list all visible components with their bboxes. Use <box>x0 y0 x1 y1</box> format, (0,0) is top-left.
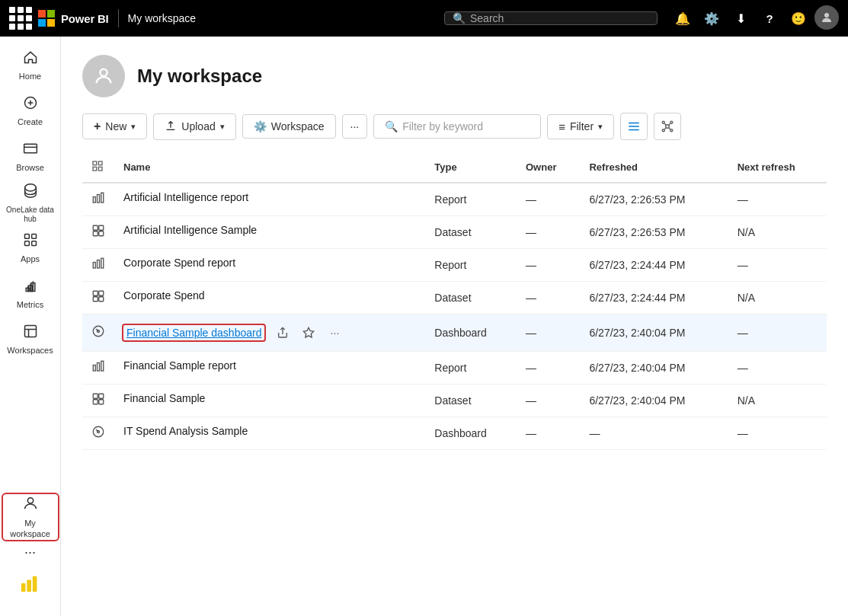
row-type-cell: Dataset <box>425 282 517 314</box>
row-type-cell: Dashboard <box>425 417 517 450</box>
row-name-cell: IT Spend Analysis Sample <box>114 417 425 445</box>
network-view-button[interactable] <box>654 113 681 140</box>
svg-rect-44 <box>93 231 98 236</box>
page-title: My workspace <box>137 65 262 87</box>
svg-rect-52 <box>99 297 104 302</box>
sidebar-item-onelake[interactable]: OneLake data hub <box>3 180 58 225</box>
svg-rect-36 <box>98 161 102 165</box>
svg-rect-19 <box>27 579 31 592</box>
table-row: Artificial Intelligence Sample Dataset —… <box>82 216 827 249</box>
svg-rect-35 <box>93 161 97 165</box>
apps-grid-icon[interactable] <box>9 7 32 30</box>
col-name-header[interactable]: Name <box>114 152 425 183</box>
feedback-button[interactable]: 🙂 <box>786 5 811 31</box>
item-name-text: Artificial Intelligence Sample <box>123 224 257 236</box>
row-type-icon <box>82 216 114 249</box>
workspace-button[interactable]: ⚙️ Workspace <box>242 114 336 139</box>
row-type-cell: Report <box>425 352 517 385</box>
user-avatar[interactable] <box>814 5 839 30</box>
svg-rect-61 <box>99 394 104 398</box>
sidebar-item-browse[interactable]: Browse <box>3 134 58 180</box>
download-button[interactable]: ⬇ <box>728 5 754 31</box>
svg-line-31 <box>664 123 666 125</box>
table-row: Artificial Intelligence report Report — … <box>82 183 827 216</box>
svg-point-6 <box>24 184 36 190</box>
new-button[interactable]: + New ▾ <box>82 113 147 139</box>
row-actions: ··· <box>272 322 345 343</box>
row-nextrefresh-cell: — <box>728 352 827 385</box>
myworkspace-icon <box>22 495 39 515</box>
svg-rect-62 <box>93 400 98 404</box>
svg-point-0 <box>824 13 829 18</box>
row-type-icon <box>82 385 114 417</box>
sidebar-item-label: Workspaces <box>7 346 53 356</box>
svg-rect-63 <box>99 400 104 404</box>
list-view-button[interactable] <box>620 113 648 140</box>
row-name-cell: Corporate Spend report <box>114 249 425 276</box>
more-toolbar-button[interactable]: ··· <box>342 114 368 139</box>
col-owner-header: Owner <box>517 152 580 183</box>
svg-rect-18 <box>21 583 25 592</box>
sidebar-item-apps[interactable]: Apps <box>3 225 58 271</box>
sidebar-item-workspaces[interactable]: Workspaces <box>3 317 58 362</box>
item-name-link[interactable]: Financial Sample dashboard <box>126 327 261 339</box>
search-input[interactable] <box>470 12 649 24</box>
sidebar-item-metrics[interactable]: Metrics <box>3 271 58 317</box>
sidebar-item-myworkspace[interactable]: My workspace <box>3 494 58 540</box>
topbar-divider <box>118 9 119 27</box>
powerbi-logo[interactable] <box>20 564 41 604</box>
help-button[interactable]: ? <box>757 5 782 31</box>
svg-rect-9 <box>24 241 29 246</box>
search-bar[interactable]: 🔍 <box>444 11 658 25</box>
sidebar-item-label: Metrics <box>17 300 43 310</box>
row-type-cell: Dashboard <box>425 314 517 352</box>
page-header: My workspace <box>82 55 827 97</box>
svg-rect-50 <box>99 291 104 295</box>
svg-rect-46 <box>93 263 95 269</box>
more-action-icon[interactable]: ··· <box>324 322 345 343</box>
sidebar-item-create[interactable]: Create <box>3 88 58 134</box>
row-type-cell: Report <box>425 249 517 282</box>
item-name-text: Financial Sample report <box>123 359 236 372</box>
row-type-icon <box>82 314 114 352</box>
row-nextrefresh-cell: N/A <box>728 385 827 417</box>
upload-button[interactable]: Upload ▾ <box>153 113 235 140</box>
notification-button[interactable]: 🔔 <box>670 5 696 31</box>
topbar-actions: 🔔 ⚙️ ⬇ ? 🙂 <box>670 5 839 31</box>
topbar: Power BI My workspace 🔍 🔔 ⚙️ ⬇ ? 🙂 <box>0 0 848 37</box>
row-nextrefresh-cell: — <box>728 314 827 352</box>
row-name-cell: Financial Sample <box>114 385 425 412</box>
search-icon: 🔍 <box>453 12 466 24</box>
row-type-icon <box>82 249 114 282</box>
sidebar-bottom: My workspace ··· <box>3 494 58 616</box>
item-name-text: Financial Sample <box>123 392 205 404</box>
topbar-workspace-label[interactable]: My workspace <box>128 12 196 24</box>
row-owner-cell: — <box>517 314 580 352</box>
share-action-icon[interactable] <box>272 322 293 343</box>
filter-button[interactable]: ≡ Filter ▾ <box>547 114 614 139</box>
filter-input[interactable]: 🔍 <box>373 114 541 139</box>
row-owner-cell: — <box>517 249 580 282</box>
sidebar-more-button[interactable]: ··· <box>15 543 46 561</box>
svg-rect-40 <box>98 195 100 203</box>
sidebar-item-home[interactable]: Home <box>3 43 58 88</box>
new-chevron-icon: ▾ <box>131 122 136 132</box>
sidebar-item-label: OneLake data hub <box>6 206 55 224</box>
settings-button[interactable]: ⚙️ <box>699 5 725 31</box>
svg-rect-48 <box>101 258 104 268</box>
svg-point-27 <box>662 121 664 123</box>
filter-keyword-input[interactable] <box>402 120 530 132</box>
col-icon <box>82 152 114 183</box>
plus-icon: + <box>94 120 101 133</box>
svg-rect-42 <box>93 225 98 230</box>
row-name-cell: Artificial Intelligence Sample <box>114 216 425 244</box>
favorite-action-icon[interactable] <box>298 322 319 343</box>
svg-point-30 <box>670 129 673 132</box>
filter-search-icon: 🔍 <box>385 120 398 132</box>
row-name-cell[interactable]: Financial Sample dashboard ··· <box>114 314 425 351</box>
row-owner-cell: — <box>517 352 580 385</box>
row-refreshed-cell: 6/27/23, 2:26:53 PM <box>580 216 728 249</box>
brand-label: Power BI <box>61 12 109 25</box>
svg-rect-51 <box>93 297 98 302</box>
sidebar-item-label: Apps <box>21 254 40 264</box>
